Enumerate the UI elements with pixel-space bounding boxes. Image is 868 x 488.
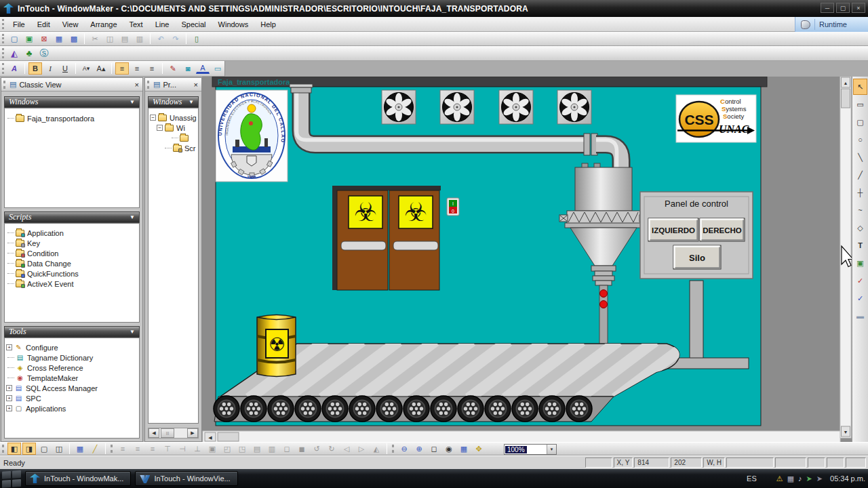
tree-item-configure[interactable]: +✎Configure xyxy=(5,342,139,352)
flip-vertical-icon[interactable]: ▷ xyxy=(355,443,368,455)
tree-item-quickfunctions[interactable]: QuickFunctions xyxy=(5,268,139,279)
tree-item-templatemaker[interactable]: ◉TemplateMaker xyxy=(5,373,139,383)
actual-size-icon[interactable]: ◻ xyxy=(427,443,441,455)
rotate-ccw-icon[interactable]: ↺ xyxy=(310,443,323,455)
audio-tray-icon[interactable]: ♪ xyxy=(798,474,802,483)
tree-item-windows-folder[interactable]: −Wi xyxy=(149,123,198,133)
menu-line[interactable]: Line xyxy=(149,19,176,30)
minimize-icon[interactable]: ─ xyxy=(821,3,834,13)
line-tool-icon[interactable]: ╲ xyxy=(853,149,867,165)
radioactive-barrel[interactable]: ☢ xyxy=(257,315,296,377)
paste-icon[interactable]: ▤ xyxy=(118,33,132,45)
underline-icon[interactable]: U xyxy=(58,62,72,75)
new-window-icon[interactable]: ▢ xyxy=(7,33,21,45)
tree-item-window[interactable] xyxy=(149,133,198,143)
maximize-icon[interactable]: ▢ xyxy=(836,3,850,13)
window-view-icon[interactable]: ◨ xyxy=(22,443,36,455)
undo-icon[interactable]: ↶ xyxy=(154,33,167,45)
button-tool-icon[interactable]: ▬ xyxy=(853,308,867,324)
align-right-icon[interactable]: ≡ xyxy=(145,62,159,75)
sync-tray-icon[interactable]: ➤ xyxy=(806,474,812,483)
section-header-windows[interactable]: Windows ▼ xyxy=(4,96,140,108)
zoom-selection-icon[interactable]: ◉ xyxy=(442,443,456,455)
save-all-icon[interactable]: ▩ xyxy=(67,33,81,45)
runtime-button[interactable]: Runtime xyxy=(795,17,868,32)
tree-item-application[interactable]: Application xyxy=(5,228,139,238)
scroll-left-icon[interactable]: ◀ xyxy=(208,435,212,440)
shrink-font-icon[interactable]: A▾ xyxy=(79,62,93,75)
project-hscrollbar[interactable]: ◀ ||| ▶ xyxy=(148,428,199,439)
space-horizontal-icon[interactable]: ▤ xyxy=(250,443,264,455)
tree-item-sql-access-manager[interactable]: +▤SQL Access Manager xyxy=(5,383,139,393)
menu-edit[interactable]: Edit xyxy=(31,19,56,30)
tree-item-key[interactable]: Key xyxy=(5,238,139,248)
historical-trend-tool-icon[interactable]: ✓ xyxy=(853,290,867,306)
tree-item-scripts-folder[interactable]: Scr xyxy=(149,143,198,153)
show-hide-toolbars-icon[interactable]: ▢ xyxy=(37,443,51,455)
snap-grid-icon[interactable]: ▦ xyxy=(73,443,87,455)
align-centers-icon[interactable]: ≡ xyxy=(131,443,144,455)
taskbar-windowviewer-button[interactable]: InTouch - WindowVie... xyxy=(135,471,237,486)
align-left-edges-icon[interactable]: ≡ xyxy=(116,443,130,455)
section-header-scripts[interactable]: Scripts ▼ xyxy=(4,211,140,223)
save-icon[interactable]: ▦ xyxy=(52,33,66,45)
bitmap-tool-icon[interactable]: ▣ xyxy=(853,255,867,271)
fill-color-icon[interactable]: ◙ xyxy=(181,62,195,75)
menu-windows[interactable]: Windows xyxy=(212,19,255,30)
scroll-right-icon[interactable]: ▶ xyxy=(187,428,198,438)
vm-tray-icon[interactable]: ▦ xyxy=(787,474,794,483)
biohazard-doors[interactable]: ☣ ☣ xyxy=(332,186,441,290)
section-header-tools[interactable]: Tools ▼ xyxy=(4,326,140,338)
hv-line-tool-icon[interactable]: ┼ xyxy=(853,184,867,201)
zoom-out-icon[interactable]: ⊖ xyxy=(397,443,411,455)
grid-view-icon[interactable]: ▦ xyxy=(457,443,471,455)
project-view-titlebar[interactable]: ▤ Pr... × xyxy=(145,78,201,92)
section-header-windows-2[interactable]: Windows ▼ xyxy=(148,96,199,108)
scroll-left-icon[interactable]: ◀ xyxy=(149,428,159,438)
tree-item-activex-event[interactable]: ActiveX Event xyxy=(5,279,139,289)
menu-help[interactable]: Help xyxy=(254,19,282,30)
rectangle-tool-icon[interactable]: ▭ xyxy=(853,96,867,113)
reshape-icon[interactable]: ◭ xyxy=(370,443,383,455)
tree-item-cross-reference[interactable]: ◈Cross Reference xyxy=(5,363,139,373)
select-tool-icon[interactable]: ↖ xyxy=(853,79,867,95)
align-right-edges-icon[interactable]: ≡ xyxy=(146,443,159,455)
tree-item-condition[interactable]: Condition xyxy=(5,248,139,258)
scroll-up-icon[interactable]: ▲ xyxy=(844,81,848,85)
scrollbar-thumb[interactable] xyxy=(218,432,239,441)
fan-1[interactable] xyxy=(382,90,416,124)
language-indicator[interactable]: ES xyxy=(747,474,757,483)
tile-windows-icon[interactable]: ◫ xyxy=(52,443,66,455)
menu-file[interactable]: File xyxy=(7,19,31,30)
line-color-icon[interactable]: ✎ xyxy=(166,62,180,75)
scrollbar-thumb[interactable]: ||| xyxy=(161,428,174,438)
rounded-rectangle-tool-icon[interactable]: ▢ xyxy=(853,114,867,130)
menu-arrange[interactable]: Arrange xyxy=(84,19,123,30)
ruler-icon[interactable]: ╱ xyxy=(88,443,102,455)
zoom-in-icon[interactable]: ⊕ xyxy=(412,443,426,455)
duplicate-icon[interactable]: ▥ xyxy=(133,33,146,45)
izquierdo-button[interactable]: IZQUIERDO xyxy=(648,218,698,241)
expand-icon[interactable]: + xyxy=(6,385,12,391)
tree-item-data-change[interactable]: Data Change xyxy=(5,258,139,268)
bring-to-front-icon[interactable]: ◳ xyxy=(235,443,249,455)
expand-icon[interactable]: + xyxy=(6,405,12,411)
scroll-down-icon[interactable]: ▼ xyxy=(844,430,848,434)
fan-4[interactable] xyxy=(557,90,591,124)
zoom-level-combo[interactable]: 100% ▼ xyxy=(504,444,557,455)
font-icon[interactable]: A xyxy=(7,62,21,75)
tree-item-applications[interactable]: +▢Applications xyxy=(5,403,139,413)
fan-2[interactable] xyxy=(440,90,474,124)
collapse-icon[interactable]: − xyxy=(150,115,156,121)
expand-icon[interactable]: + xyxy=(6,395,12,401)
align-top-icon[interactable]: ⊤ xyxy=(161,443,174,455)
align-bottom-icon[interactable]: ⊥ xyxy=(191,443,204,455)
close-icon[interactable]: × xyxy=(194,81,198,89)
real-time-trend-tool-icon[interactable]: ✓ xyxy=(853,272,867,289)
window-color-icon[interactable]: ▭ xyxy=(211,62,224,75)
align-center-icon[interactable]: ≡ xyxy=(130,62,144,75)
space-vertical-icon[interactable]: ▥ xyxy=(265,443,279,455)
send-to-back-icon[interactable]: ◰ xyxy=(220,443,234,455)
university-seal[interactable]: UNIVERSIDAD NACIONAL DEL CALLAO INGENIER… xyxy=(216,90,288,182)
menu-text[interactable]: Text xyxy=(123,19,149,30)
